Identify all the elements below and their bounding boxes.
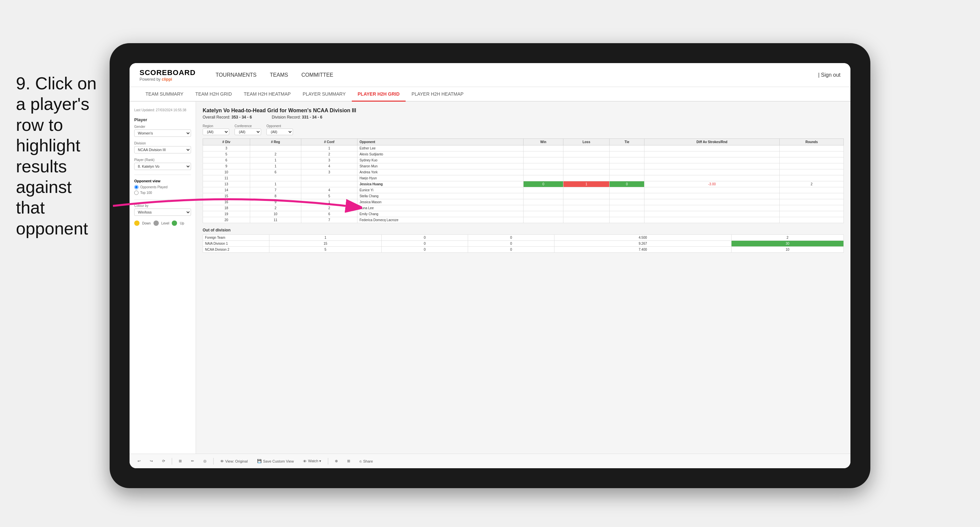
tablet-frame: SCOREBOARD Powered by clippi TOURNAMENTS…	[110, 43, 870, 488]
view-label: View: Original	[225, 459, 248, 463]
cell-tie	[609, 163, 644, 169]
cell-opponent: Stella Chang	[358, 193, 523, 199]
toolbar-watch[interactable]: 👁 Watch ▾	[300, 457, 324, 465]
grid-area: Katelyn Vo Head-to-Head Grid for Women's…	[196, 102, 850, 454]
colour-by-label: Colour by	[134, 204, 191, 208]
division-select[interactable]: NCAA Division III	[134, 146, 191, 153]
legend-up-dot	[172, 221, 177, 226]
cell-conf: 5	[301, 193, 357, 199]
table-row[interactable]: 6 1 3 Sydney Kuo	[203, 157, 844, 163]
gender-select[interactable]: Women's	[134, 130, 191, 137]
cell-opponent: Alexis Sudjianto	[358, 151, 523, 157]
gender-field: Gender Women's	[134, 125, 191, 137]
colour-by-select[interactable]: Win/loss	[134, 208, 191, 216]
toolbar-redo-left[interactable]: ↪	[147, 457, 156, 465]
toolbar-share[interactable]: ⎋ Share	[357, 458, 375, 465]
conference-filter-select[interactable]: (All)	[234, 129, 261, 135]
watch-icon: 👁	[303, 459, 307, 463]
cell-diff	[644, 193, 780, 199]
nav-tournaments[interactable]: TOURNAMENTS	[216, 70, 256, 81]
table-row[interactable]: 9 1 4 Sharon Mun	[203, 163, 844, 169]
cell-tie	[609, 169, 644, 175]
table-row-highlighted[interactable]: 13 1 Jessica Huang 0 1 0 -3.00 2	[203, 181, 844, 187]
legend: Down Level Up	[134, 221, 191, 226]
col-diff: Diff Av Strokes/Rnd	[644, 139, 780, 146]
toolbar-undo[interactable]: ↩	[135, 457, 143, 465]
cell-loss	[563, 175, 609, 181]
cell-diff	[644, 157, 780, 163]
cell-label: NCAA Division 2	[203, 247, 269, 253]
view-icon: 👁	[220, 459, 224, 463]
cell-rounds: 30	[731, 241, 843, 247]
cell-reg: 7	[250, 187, 301, 193]
radio-opponents-played[interactable]: Opponents Played	[134, 185, 191, 189]
cell-opponent: Sharon Mun	[358, 163, 523, 169]
cell-loss	[563, 205, 609, 211]
table-row[interactable]: NCAA Division 2 5 0 0 7.400 10	[203, 247, 844, 253]
toolbar-target[interactable]: ◎	[200, 457, 209, 465]
cell-reg: 9	[250, 199, 301, 205]
cell-tie: 0	[468, 235, 554, 241]
table-row[interactable]: 19 10 6 Emily Chang	[203, 211, 844, 217]
cell-diff	[644, 169, 780, 175]
toolbar-view-original[interactable]: 👁 View: Original	[218, 458, 250, 465]
table-row[interactable]: 3 1 Esther Lee	[203, 146, 844, 151]
table-row[interactable]: 20 11 7 Federica Domecq Lacroze	[203, 217, 844, 223]
cell-opponent: Emily Chang	[358, 211, 523, 217]
instruction-text: 9. Click on a player's row to highlight …	[16, 73, 102, 239]
overall-record: Overall Record: 353 - 34 - 6	[203, 115, 252, 119]
cell-win	[523, 205, 563, 211]
region-filter-select[interactable]: (All)	[203, 129, 229, 135]
cell-conf: 4	[301, 187, 357, 193]
cell-loss	[563, 199, 609, 205]
table-row[interactable]: 5 2 2 Alexis Sudjianto	[203, 151, 844, 157]
cell-loss	[563, 217, 609, 223]
subnav-player-summary[interactable]: PLAYER SUMMARY	[297, 87, 352, 102]
toolbar-edit[interactable]: ✏	[188, 457, 197, 465]
cell-opponent: Eunice Yi	[358, 187, 523, 193]
toolbar-layout[interactable]: ⊞	[345, 457, 353, 465]
cell-tie: 0	[609, 181, 644, 187]
cell-label: NAIA Division 1	[203, 241, 269, 247]
cell-rounds	[780, 211, 844, 217]
cell-loss: 0	[382, 247, 468, 253]
nav-committee[interactable]: COMMITTEE	[301, 70, 333, 81]
cell-reg: 1	[250, 163, 301, 169]
sign-out-link[interactable]: | Sign out	[818, 72, 840, 78]
overall-record-value: 353 - 34 - 6	[232, 115, 252, 119]
table-row[interactable]: Foreign Team 1 0 0 4.500 2	[203, 235, 844, 241]
toolbar-grid[interactable]: ⊞	[176, 457, 185, 465]
cell-win	[523, 157, 563, 163]
subnav-player-h2h-grid[interactable]: PLAYER H2H GRID	[352, 87, 406, 102]
subnav-team-summary[interactable]: TEAM SUMMARY	[140, 87, 189, 102]
cell-div: 13	[203, 181, 250, 187]
table-row[interactable]: 15 8 5 Stella Chang	[203, 193, 844, 199]
toolbar-refresh[interactable]: ⟳	[159, 457, 168, 465]
opponent-filter-select[interactable]: (All)	[266, 129, 293, 135]
table-row[interactable]: 10 6 3 Andrea York	[203, 169, 844, 175]
player-rank-select[interactable]: 8. Katelyn Vo	[134, 163, 191, 170]
cell-reg	[250, 175, 301, 181]
cell-win: 5	[269, 247, 382, 253]
subnav-player-h2h-heatmap[interactable]: PLAYER H2H HEATMAP	[406, 87, 470, 102]
nav-teams[interactable]: TEAMS	[270, 70, 288, 81]
save-label: Save Custom View	[263, 459, 294, 463]
table-row[interactable]: 18 2 2 Euna Lee	[203, 205, 844, 211]
subnav-team-h2h-heatmap[interactable]: TEAM H2H HEATMAP	[238, 87, 297, 102]
cell-div: 6	[203, 157, 250, 163]
toolbar-save-custom-view[interactable]: 💾 Save Custom View	[255, 457, 297, 465]
toolbar-zoom[interactable]: ⊕	[332, 457, 340, 465]
sidebar-timestamp: Last Updated: 27/03/2024 16:55:38	[134, 108, 191, 112]
table-row[interactable]: 14 7 4 Eunice Yi	[203, 187, 844, 193]
cell-reg: 2	[250, 205, 301, 211]
table-row[interactable]: 11 Haejo Hyun	[203, 175, 844, 181]
subnav-team-h2h-grid[interactable]: TEAM H2H GRID	[189, 87, 238, 102]
table-row[interactable]: 16 9 1 Jessica Mason	[203, 199, 844, 205]
radio-top100[interactable]: Top 100	[134, 190, 191, 195]
table-row[interactable]: NAIA Division 1 15 0 0 9.267 30	[203, 241, 844, 247]
gender-label: Gender	[134, 125, 191, 129]
cell-win: 15	[269, 241, 382, 247]
cell-tie: 0	[468, 247, 554, 253]
opponent-view-field: Opponent view Opponents Played Top 100	[134, 179, 191, 195]
toolbar-divider-3	[328, 458, 328, 465]
